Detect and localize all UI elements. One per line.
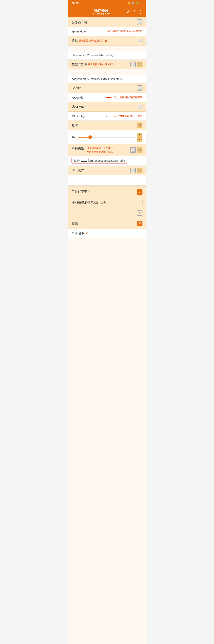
data-input-row[interactable]: body=%7B%--ms%22%3A%22%7B%5 xyxy=(68,74,146,83)
tag-checkbox[interactable] xyxy=(137,221,142,226)
data-copy-button[interactable]: ⬜ xyxy=(130,62,136,67)
content-type-notes: 抓取到的类型，但是要注 意后边需要手动添加编码 xyxy=(85,146,113,154)
output-file-icons: ⬜ 🔍 xyxy=(130,168,142,173)
useragent-arrow-left: ⟵ xyxy=(106,114,112,118)
content-type-search-button[interactable]: 🔍 xyxy=(137,147,142,153)
menu-button[interactable]: ⋮ xyxy=(138,9,143,15)
slider-filled xyxy=(78,137,90,138)
help-button[interactable]: ? xyxy=(132,9,136,15)
useragent-copy-button[interactable]: ⬜ xyxy=(137,104,142,110)
server-icons: ⬜ xyxy=(137,20,142,25)
content-type-value: :ion/x-www-form-urlencoded;charset=utf-8 xyxy=(72,158,127,164)
data-arrow-down: ↓ xyxy=(68,69,146,74)
server-label: 服务器：端口 xyxy=(72,20,91,24)
useragent-value: %UserAgent xyxy=(72,114,104,118)
if-row: If + xyxy=(68,208,146,218)
back-button[interactable]: ← xyxy=(71,8,77,15)
status-bar: 20:19 📶 📡 🔋 67 xyxy=(68,0,146,6)
useragent-var-note: 这里为我们设置好的变量 xyxy=(114,114,142,118)
toolbar-title: 操作修改 3. HTTP POST xyxy=(78,8,124,16)
cookie-input-row: %Cookie ⟵ 这里为我们设置好的变量 xyxy=(68,93,146,102)
output-file-label: 输出文件 xyxy=(72,168,84,172)
path-note: 路径就是请求地址的后半段 xyxy=(79,39,108,42)
cookie-section-header: Cookie ⬜ xyxy=(68,83,146,93)
trust-cert-label: 信任任意证书 xyxy=(72,190,91,194)
path-value: client.action?functionId=userSign xyxy=(72,54,142,57)
cookie-var-note: 这里为我们设置好的变量 xyxy=(114,96,142,99)
toolbar: ← 操作修改 3. HTTP POST ↺ ? ⋮ xyxy=(68,6,146,18)
server-label-group: 服务器：端口 xyxy=(72,20,91,24)
last-item-row: 京东超市 ✓ xyxy=(68,229,146,238)
path-arrow-down: ↓ xyxy=(68,46,146,51)
server-value: api.m.jd.com xyxy=(72,30,105,33)
reset-button[interactable]: ↺ xyxy=(126,9,131,15)
data-note: 这里是抓取到的请求主体 xyxy=(88,63,114,66)
tag-row: 标签 xyxy=(68,218,146,229)
if-label: If xyxy=(72,211,73,215)
cookie-arrow-left: ⟵ xyxy=(106,95,112,100)
content-type-input-row[interactable]: :ion/x-www-form-urlencoded;charset=utf-8 xyxy=(68,156,146,166)
content-type-label: 内容类型 xyxy=(72,146,84,150)
useragent-label: User Agent xyxy=(72,105,87,108)
content-type-note2: 意后边需要手动添加编码 xyxy=(87,150,113,154)
timeout-section-header: 超时 ⤢ xyxy=(68,120,146,130)
useragent-input-row: %UserAgent ⟵ 这里为我们设置好的变量 xyxy=(68,112,146,120)
page-subtitle: 3. HTTP POST xyxy=(78,13,124,16)
status-time: 20:19 xyxy=(72,2,79,5)
content-type-label-group: 内容类型 抓取到的类型，但是要注 意后边需要手动添加编码 xyxy=(72,146,130,154)
continue-on-error-label: 遇到错误后继续运行任务 xyxy=(72,200,106,204)
slider-down-button[interactable]: ▼ xyxy=(137,132,142,137)
path-input-row[interactable]: client.action?functionId=userSign xyxy=(68,51,146,60)
content-type-copy-button[interactable]: ⬜ xyxy=(130,147,136,153)
server-input-row: api.m.jd.com 这行地址前不能有https://否则失败 xyxy=(68,27,146,36)
data-search-button[interactable]: 🔍 xyxy=(137,62,142,67)
timeout-slider-row: 10 ▼ ▲ xyxy=(68,130,146,144)
output-file-search-button[interactable]: 🔍 xyxy=(137,168,142,173)
path-copy-button[interactable]: ⬜ xyxy=(137,38,142,43)
status-icons: 📶 📡 🔋 67 xyxy=(127,2,142,4)
path-icons: ⬜ xyxy=(137,38,142,43)
continue-on-error-row: 遇到错误后继续运行任务 xyxy=(68,197,146,208)
path-label-group: 路径 路径就是请求地址的后半段 xyxy=(72,38,108,43)
data-section-header: 数据 / 文件 这里是抓取到的请求主体 ⬜ 🔍 xyxy=(68,60,146,69)
slider-arrows: ▼ ▲ xyxy=(137,132,142,142)
timeout-value: 10 xyxy=(72,136,76,139)
cookie-value: %Cookie xyxy=(72,96,104,99)
wifi-icon: 📡 xyxy=(132,2,135,4)
timeout-slider-track[interactable] xyxy=(78,137,135,138)
last-item-value: 京东超市 xyxy=(72,231,84,235)
battery-icon: 🔋 xyxy=(136,2,139,4)
server-section-header: 服务器：端口 ⬜ xyxy=(68,18,146,27)
slider-thumb[interactable] xyxy=(88,135,92,139)
trust-cert-row: 信任任意证书 xyxy=(68,187,146,197)
timeout-label: 超时 xyxy=(72,123,78,128)
content-type-icons: ⬜ 🔍 xyxy=(130,147,142,153)
toolbar-actions: ↺ ? ⋮ xyxy=(126,9,143,15)
battery-level: 67 xyxy=(140,2,142,4)
output-file-input-row[interactable] xyxy=(68,175,146,185)
tag-label: 标签 xyxy=(72,221,78,226)
signal-icon: 📶 xyxy=(127,2,130,4)
useragent-section-header: User Agent ⬜ xyxy=(68,102,146,112)
path-label: 路径 xyxy=(72,38,78,43)
output-file-section-header: 输出文件 ⬜ 🔍 xyxy=(68,166,146,175)
slider-up-button[interactable]: ▲ xyxy=(137,137,142,142)
timeout-expand-button[interactable]: ⤢ xyxy=(137,122,142,128)
if-add-button[interactable]: + xyxy=(137,210,142,216)
data-label: 数据 / 文件 xyxy=(72,62,87,66)
data-label-group: 数据 / 文件 这里是抓取到的请求主体 xyxy=(72,62,114,66)
useragent-icons: ⬜ xyxy=(137,104,142,110)
content-type-section-header: 内容类型 抓取到的类型，但是要注 意后边需要手动添加编码 ⬜ 🔍 xyxy=(68,144,146,156)
last-item-check-icon: ✓ xyxy=(86,231,88,235)
data-value: body=%7B%--ms%22%3A%22%7B%5 xyxy=(72,77,142,80)
main-content: 服务器：端口 ⬜ api.m.jd.com 这行地址前不能有https://否则… xyxy=(68,18,146,644)
cookie-copy-button[interactable]: ⬜ xyxy=(137,85,142,91)
output-file-copy-button[interactable]: ⬜ xyxy=(130,168,136,173)
continue-on-error-checkbox[interactable] xyxy=(137,200,142,205)
divider-thick xyxy=(68,185,146,187)
trust-cert-checkbox[interactable] xyxy=(137,189,142,195)
server-copy-button[interactable]: ⬜ xyxy=(137,20,142,25)
path-section-header: 路径 路径就是请求地址的后半段 ⬜ xyxy=(68,36,146,46)
content-type-note1: 抓取到的类型，但是要注 xyxy=(87,147,113,150)
data-icons: ⬜ 🔍 xyxy=(130,62,142,67)
